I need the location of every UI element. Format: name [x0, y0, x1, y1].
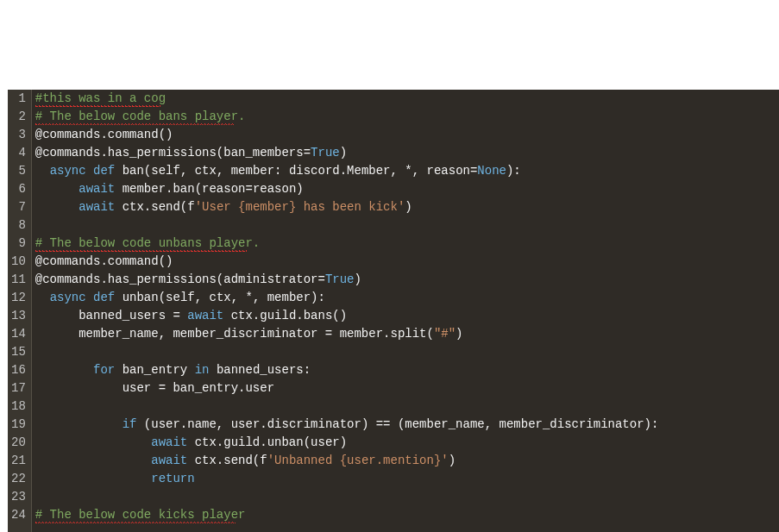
error-squiggle	[35, 105, 160, 107]
code-token: return	[151, 472, 194, 485]
code-line[interactable]	[34, 216, 779, 235]
code-line[interactable]: @commands.command()	[34, 126, 779, 144]
line-number: 6	[11, 180, 26, 198]
code-token: ctx.guild.bans()	[223, 309, 347, 322]
code-line[interactable]: @commands.command()	[34, 253, 779, 271]
code-token: in	[195, 363, 210, 377]
code-line[interactable]: member_name, member_discriminator = memb…	[34, 325, 779, 343]
code-line[interactable]: @commands.has_permissions(administrator=…	[34, 271, 779, 289]
code-token: async	[50, 164, 86, 178]
line-number: 17	[11, 379, 26, 397]
code-line[interactable]: await ctx.send(f'User {member} has been …	[34, 198, 779, 216]
code-line[interactable]: @commands.has_permissions(ban_members=Tr…	[34, 144, 779, 162]
line-number: 1	[11, 90, 26, 108]
code-line[interactable]: # The below code kicks player	[34, 506, 779, 524]
line-number: 4	[11, 144, 26, 162]
code-token: await	[151, 454, 187, 467]
code-token	[35, 363, 93, 377]
code-token: def	[93, 164, 115, 178]
line-number: 12	[11, 289, 26, 307]
code-token: for	[93, 363, 115, 377]
line-number: 21	[11, 452, 26, 470]
line-number: 2	[11, 108, 26, 126]
code-token: @commands.has_permissions(administrator=	[35, 272, 325, 286]
code-token: await	[79, 182, 115, 196]
code-token: (user.name, user.discriminator) == (memb…	[136, 417, 658, 431]
code-token: )	[354, 272, 361, 286]
code-editor[interactable]: 123456789101112131415161718192021222324 …	[8, 90, 779, 532]
code-token: @commands.has_permissions(ban_members=	[35, 146, 311, 160]
line-number: 18	[11, 397, 26, 416]
code-token	[86, 164, 93, 178]
code-token: ban(self, ctx, member: discord.Member, *…	[115, 164, 477, 178]
line-number: 8	[11, 216, 26, 235]
code-line[interactable]: #this was in a cog	[34, 90, 779, 108]
code-token	[35, 291, 50, 304]
line-number: 10	[11, 253, 26, 271]
code-token: member_name, member_discriminator = memb…	[35, 327, 434, 341]
code-token: if	[123, 417, 137, 431]
error-squiggle	[35, 250, 247, 252]
code-line[interactable]: # The below code unbans player.	[34, 235, 779, 253]
code-token	[35, 164, 50, 178]
code-token	[86, 291, 93, 304]
code-token	[35, 417, 123, 431]
code-line[interactable]	[34, 488, 779, 506]
code-token: ctx.send(f	[115, 200, 194, 214]
code-token: ban_entry	[115, 363, 194, 377]
code-token: True	[311, 146, 340, 160]
line-number: 3	[11, 126, 26, 144]
code-line[interactable]: await ctx.send(f'Unbanned {user.mention}…	[34, 452, 779, 470]
code-line[interactable]: async def unban(self, ctx, *, member):	[34, 289, 779, 307]
code-line[interactable]: await member.ban(reason=reason)	[34, 180, 779, 198]
code-token: @commands.command()	[35, 128, 173, 141]
error-squiggle	[35, 123, 234, 125]
code-token: # The below code unbans player.	[35, 236, 260, 250]
code-token: # The below code kicks player	[35, 508, 246, 522]
line-number: 22	[11, 470, 26, 488]
code-line[interactable]	[34, 343, 779, 361]
code-line[interactable]: if (user.name, user.discriminator) == (m…	[34, 416, 779, 434]
line-number: 24	[11, 506, 26, 524]
code-token: None	[477, 164, 506, 178]
line-number: 7	[11, 198, 26, 216]
code-line[interactable]: user = ban_entry.user	[34, 379, 779, 397]
code-token	[35, 182, 79, 196]
code-line[interactable]: for ban_entry in banned_users:	[34, 361, 779, 379]
code-token: @commands.command()	[35, 254, 173, 268]
code-token: ctx.send(f	[187, 454, 267, 467]
error-squiggle	[35, 522, 236, 523]
code-token	[35, 200, 79, 214]
code-token: await	[187, 309, 223, 322]
line-number: 9	[11, 235, 26, 253]
code-token: 'Unbanned {user.mention}'	[267, 454, 449, 467]
code-line[interactable]: async def ban(self, ctx, member: discord…	[34, 162, 779, 180]
line-number: 5	[11, 162, 26, 180]
line-number: 15	[11, 343, 26, 361]
code-token: def	[93, 291, 115, 304]
code-token: async	[50, 291, 86, 304]
code-token: 'User {member} has been kick'	[195, 200, 405, 214]
line-number: 20	[11, 434, 26, 452]
code-token: banned_users:	[209, 363, 311, 377]
code-area[interactable]: #this was in a cog# The below code bans …	[32, 90, 779, 532]
line-number: 13	[11, 307, 26, 325]
code-line[interactable]: return	[34, 470, 779, 488]
code-token: ctx.guild.unban(user)	[187, 435, 347, 449]
code-token: )	[455, 327, 462, 341]
line-number: 16	[11, 361, 26, 379]
code-token: )	[340, 146, 347, 160]
code-line[interactable]: banned_users = await ctx.guild.bans()	[34, 307, 779, 325]
code-line[interactable]: await ctx.guild.unban(user)	[34, 434, 779, 452]
code-token: "#"	[434, 327, 455, 341]
code-token: True	[325, 272, 355, 286]
code-line[interactable]	[34, 397, 779, 416]
code-token: banned_users =	[35, 309, 187, 322]
code-token: await	[79, 200, 115, 214]
code-token: await	[151, 435, 187, 449]
code-token: #this was in a cog	[35, 91, 166, 105]
code-line[interactable]: # The below code bans player.	[34, 108, 779, 126]
code-token: ):	[506, 164, 521, 178]
code-token	[35, 435, 151, 449]
code-token: )	[405, 200, 411, 214]
